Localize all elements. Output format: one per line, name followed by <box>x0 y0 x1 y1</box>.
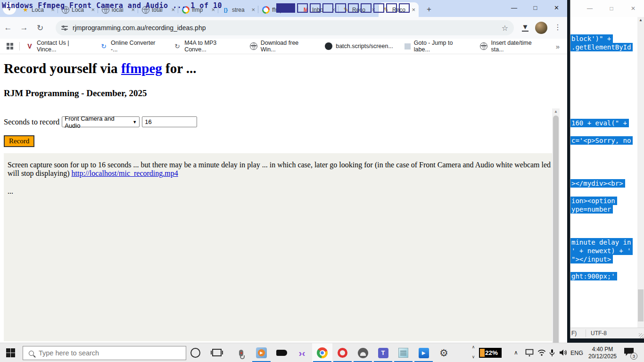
maximize-button[interactable]: □ <box>601 0 622 17</box>
forward-icon[interactable]: → <box>16 23 32 33</box>
taskbar-app-opera[interactable] <box>332 343 353 362</box>
resize-grip[interactable] <box>639 333 644 338</box>
taskbar-scroll-down-icon[interactable]: ∨ <box>470 354 477 359</box>
bookmark-download-free[interactable]: Download free Win... <box>250 40 319 53</box>
page-content: Record yourself via ffmpeg for ... RJM P… <box>0 54 560 343</box>
selected-text: .getElementById <box>570 43 633 51</box>
microphone-icon[interactable] <box>549 349 555 357</box>
globe-icon <box>250 42 257 50</box>
scrollbar-thumb[interactable] <box>638 289 644 321</box>
search-input[interactable] <box>39 349 157 357</box>
page-subtitle: RJM Programming - December, 2025 <box>4 88 147 99</box>
recording-progress-bar <box>276 3 410 13</box>
taskbar-app-recorder[interactable] <box>231 343 251 362</box>
speaker-icon[interactable] <box>559 349 568 356</box>
bookmark-label: Contact Us | Vince... <box>37 40 89 53</box>
record-button[interactable]: Record <box>4 135 34 147</box>
progress-cell <box>348 3 359 13</box>
notification-badge: 3 <box>630 353 637 360</box>
recording-link[interactable]: http://localhost/mic_recording.mp4 <box>72 169 178 177</box>
apps-grid-icon[interactable] <box>7 43 13 49</box>
wifi-icon[interactable] <box>537 349 546 356</box>
site-settings-icon[interactable] <box>61 25 68 31</box>
reload-icon[interactable]: ↻ <box>32 23 48 33</box>
page-scrollbar[interactable]: ▲ ▼ <box>552 108 560 343</box>
new-tab-button[interactable]: + <box>423 4 435 15</box>
minimize-button[interactable]: — <box>579 0 601 17</box>
taskbar-app-movies-tv[interactable]: ▶ <box>413 343 434 362</box>
battery-indicator[interactable]: 22% <box>479 348 502 358</box>
close-tab-icon[interactable]: × <box>250 6 256 13</box>
minimize-button[interactable]: — <box>504 0 525 16</box>
microphone-app-icon <box>239 350 243 356</box>
play-icon: ▶ <box>258 349 265 356</box>
bookmark-contact-us[interactable]: V Contact Us | Vince... <box>26 40 94 53</box>
ffmpeg-link[interactable]: ffmpeg <box>121 61 162 76</box>
search-icon <box>29 351 34 356</box>
bookmark-star-icon[interactable]: ☆ <box>502 24 508 33</box>
close-button[interactable]: ✕ <box>622 0 644 17</box>
profile-avatar[interactable] <box>535 22 547 34</box>
brackets-icon: [} <box>222 6 230 14</box>
browser-window-controls: — □ ✕ <box>504 0 567 16</box>
progress-cell <box>386 3 397 13</box>
selected-text: ion><option <box>570 197 617 205</box>
bookmark-batch-scripts[interactable]: batch.scripts/screen... <box>325 42 398 50</box>
editor-scrollbar[interactable]: ▲ <box>637 17 644 328</box>
hidden-icons-chevron[interactable]: ∧ <box>514 349 518 356</box>
chrome-icon <box>317 347 328 358</box>
bookmark-online-converter[interactable]: ↻ Online Converter -... <box>100 40 167 53</box>
status-text: Screen capture soon for up to 16 seconds… <box>8 161 553 178</box>
url-text[interactable]: rjmprogramming.com.au/recording_ideas.ph… <box>73 24 497 32</box>
taskbar-app-wallet[interactable] <box>272 343 292 362</box>
language-indicator[interactable]: ENG <box>570 350 583 356</box>
bookmarks-overflow-icon[interactable]: » <box>556 42 560 50</box>
taskbar-app-chrome[interactable] <box>312 343 332 362</box>
taskbar-app-media-player[interactable]: ▶ <box>251 343 272 362</box>
editor-text-area[interactable]: block')" + .getElementById 160 + eval(" … <box>570 17 637 328</box>
source-select[interactable]: Front Camera and Audio ▼ <box>62 116 140 127</box>
browser-toolbar: ← → ↻ rjmprogramming.com.au/recording_id… <box>0 17 567 39</box>
back-icon[interactable]: ← <box>0 23 16 33</box>
divider <box>19 42 20 50</box>
downloads-icon[interactable]: ▼ <box>521 23 529 32</box>
battery-percent: 22% <box>485 349 498 356</box>
maximize-button[interactable]: □ <box>525 0 546 16</box>
scroll-up-icon[interactable]: ▲ <box>637 18 644 22</box>
taskbar-app-teams[interactable]: T <box>373 343 393 362</box>
cortana-icon[interactable] <box>190 348 200 358</box>
clock[interactable]: 4:40 PM 20/12/2025 <box>586 346 619 360</box>
cast-icon[interactable] <box>525 349 534 356</box>
scroll-up-icon[interactable]: ▲ <box>552 108 560 115</box>
address-bar[interactable]: rjmprogramming.com.au/recording_ideas.ph… <box>56 20 514 35</box>
taskbar-app-notepad[interactable] <box>393 343 413 362</box>
chevron-down-icon: ▼ <box>132 120 137 124</box>
tab-stream[interactable]: [} strea × <box>218 2 258 17</box>
bookmark-goto-jump[interactable]: Goto - Jump to labe... <box>405 40 474 53</box>
battery-fill <box>480 349 485 357</box>
start-button[interactable] <box>6 348 15 357</box>
menu-kebab-icon[interactable]: ⋮ <box>554 23 561 32</box>
scrollbar-thumb[interactable] <box>553 115 559 343</box>
title-text: for ... <box>162 61 197 76</box>
selected-text: "></input> <box>570 255 613 263</box>
bookmark-m4a-mp3[interactable]: ↻ M4A to MP3 Conve... <box>173 40 244 53</box>
progress-cell-filled <box>276 3 295 13</box>
bookmarks-bar: V Contact Us | Vince... ↻ Online Convert… <box>0 39 567 54</box>
desktop: ∨ ★ Loca × Loca × local × <box>0 0 644 362</box>
taskbar-search[interactable] <box>23 346 186 360</box>
seconds-input[interactable] <box>142 116 197 127</box>
task-view-icon[interactable] <box>212 349 222 356</box>
bookmark-insert-datetime[interactable]: Insert date/time sta... <box>480 40 549 53</box>
taskbar-app-gray-circle[interactable] <box>353 343 373 362</box>
progress-cell <box>322 3 333 13</box>
close-tab-icon[interactable]: × <box>411 6 416 13</box>
taskbar-app-visual-studio[interactable]: ›‹ <box>292 343 312 362</box>
close-button[interactable]: ✕ <box>546 0 567 16</box>
bookmark-label: batch.scripts/screen... <box>336 43 393 49</box>
taskbar-app-settings[interactable]: ⚙ <box>434 343 454 362</box>
taskbar-scroll-up-icon[interactable]: ∧ <box>470 345 477 349</box>
encoding-label: UTF-8 <box>586 330 607 337</box>
opera-icon <box>338 348 347 358</box>
selected-text: c='<p>Sorry, no <box>570 136 633 145</box>
